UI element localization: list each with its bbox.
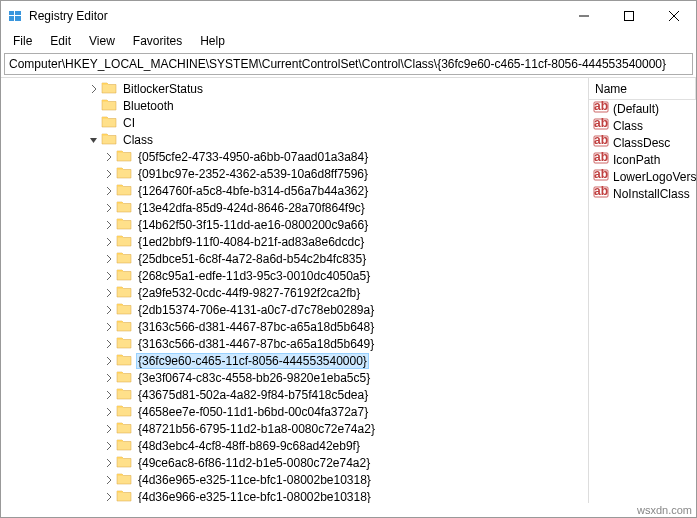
tree-label: {091bc97e-2352-4362-a539-10a6d8ff7596} (136, 167, 370, 181)
value-row[interactable]: abLowerLogoVersi (589, 168, 696, 185)
tree-label: {1ed2bbf9-11f0-4084-b21f-ad83a8e6dcdc} (136, 235, 366, 249)
tree-item[interactable]: Class (1, 131, 588, 148)
menu-favorites[interactable]: Favorites (125, 32, 190, 50)
svg-rect-2 (15, 11, 21, 15)
tree-item[interactable]: CI (1, 114, 588, 131)
menu-file[interactable]: File (5, 32, 40, 50)
chevron-right-icon[interactable] (101, 255, 116, 263)
folder-icon (116, 455, 136, 471)
chevron-right-icon[interactable] (101, 187, 116, 195)
tree-label: {4658ee7e-f050-11d1-b6bd-00c04fa372a7} (136, 405, 370, 419)
tree-panel[interactable]: BitlockerStatusBluetoothCIClass{05f5cfe2… (1, 78, 589, 503)
tree-label: {14b62f50-3f15-11dd-ae16-0800200c9a66} (136, 218, 370, 232)
value-row[interactable]: ab(Default) (589, 100, 696, 117)
chevron-right-icon[interactable] (101, 442, 116, 450)
chevron-right-icon[interactable] (101, 408, 116, 416)
chevron-right-icon[interactable] (101, 374, 116, 382)
values-list: ab(Default)abClassabClassDescabIconPatha… (589, 100, 696, 202)
minimize-button[interactable] (561, 1, 606, 31)
tree-item-guid[interactable]: {1264760f-a5c8-4bfe-b314-d56a7b44a362} (1, 182, 588, 199)
tree-item-guid[interactable]: {091bc97e-2352-4362-a539-10a6d8ff7596} (1, 165, 588, 182)
tree-label: {3163c566-d381-4467-87bc-a65a18d5b648} (136, 320, 376, 334)
column-name[interactable]: Name (589, 78, 696, 99)
tree-item-guid[interactable]: {25dbce51-6c8f-4a72-8a6d-b54c2b4fc835} (1, 250, 588, 267)
folder-icon (101, 98, 121, 114)
chevron-right-icon[interactable] (101, 289, 116, 297)
minimize-icon (579, 11, 589, 21)
tree-label: Bluetooth (121, 99, 176, 113)
tree-item-guid[interactable]: {14b62f50-3f15-11dd-ae16-0800200c9a66} (1, 216, 588, 233)
chevron-right-icon[interactable] (101, 204, 116, 212)
menu-edit[interactable]: Edit (42, 32, 79, 50)
tree-item-guid[interactable]: {268c95a1-edfe-11d3-95c3-0010dc4050a5} (1, 267, 588, 284)
address-bar[interactable]: Computer\HKEY_LOCAL_MACHINE\SYSTEM\Curre… (4, 53, 693, 75)
value-row[interactable]: abIconPath (589, 151, 696, 168)
folder-icon (116, 438, 136, 454)
tree-label: {49ce6ac8-6f86-11d2-b1e5-0080c72e74a2} (136, 456, 372, 470)
tree-item-guid[interactable]: {2a9fe532-0cdc-44f9-9827-76192f2ca2fb} (1, 284, 588, 301)
tree-item-guid[interactable]: {3e3f0674-c83c-4558-bb26-9820e1eba5c5} (1, 369, 588, 386)
tree-item-guid[interactable]: {1ed2bbf9-11f0-4084-b21f-ad83a8e6dcdc} (1, 233, 588, 250)
chevron-down-icon[interactable] (86, 136, 101, 144)
tree-label: {48d3ebc4-4cf8-48ff-b869-9c68ad42eb9f} (136, 439, 362, 453)
chevron-right-icon[interactable] (101, 476, 116, 484)
tree-item-guid[interactable]: {4d36e965-e325-11ce-bfc1-08002be10318} (1, 471, 588, 488)
folder-icon (116, 234, 136, 250)
tree-label: BitlockerStatus (121, 82, 205, 96)
close-button[interactable] (651, 1, 696, 31)
chevron-right-icon[interactable] (101, 391, 116, 399)
tree-item-guid[interactable]: {48d3ebc4-4cf8-48ff-b869-9c68ad42eb9f} (1, 437, 588, 454)
folder-icon (116, 421, 136, 437)
menubar: File Edit View Favorites Help (1, 31, 696, 51)
folder-icon (116, 302, 136, 318)
values-panel: Name ab(Default)abClassabClassDescabIcon… (589, 78, 696, 503)
tree-label: CI (121, 116, 137, 130)
value-row[interactable]: abNoInstallClass (589, 185, 696, 202)
watermark: wsxdn.com (637, 504, 692, 516)
chevron-right-icon[interactable] (101, 357, 116, 365)
folder-icon (116, 353, 136, 369)
chevron-right-icon[interactable] (101, 221, 116, 229)
value-row[interactable]: abClass (589, 117, 696, 134)
tree-item-guid[interactable]: {43675d81-502a-4a82-9f84-b75f418c5dea} (1, 386, 588, 403)
tree-label: {25dbce51-6c8f-4a72-8a6d-b54c2b4fc835} (136, 252, 368, 266)
tree-label: Class (121, 133, 155, 147)
chevron-right-icon[interactable] (101, 459, 116, 467)
folder-icon (116, 319, 136, 335)
tree-item[interactable]: Bluetooth (1, 97, 588, 114)
folder-icon (116, 387, 136, 403)
svg-rect-3 (15, 16, 21, 21)
chevron-right-icon[interactable] (101, 306, 116, 314)
tree-item[interactable]: BitlockerStatus (1, 80, 588, 97)
chevron-right-icon[interactable] (101, 425, 116, 433)
chevron-right-icon[interactable] (101, 340, 116, 348)
tree-item-guid[interactable]: {48721b56-6795-11d2-b1a8-0080c72e74a2} (1, 420, 588, 437)
string-value-icon: ab (593, 184, 613, 203)
folder-icon (101, 132, 121, 148)
tree-item-guid[interactable]: {3163c566-d381-4467-87bc-a65a18d5b649} (1, 335, 588, 352)
value-name: LowerLogoVersi (613, 170, 696, 184)
tree-item-guid[interactable]: {2db15374-706e-4131-a0c7-d7c78eb0289a} (1, 301, 588, 318)
folder-icon (116, 166, 136, 182)
tree-item-guid[interactable]: {13e42dfa-85d9-424d-8646-28a70f864f9c} (1, 199, 588, 216)
tree-item-guid[interactable]: {36fc9e60-c465-11cf-8056-444553540000} (1, 352, 588, 369)
tree-item-guid[interactable]: {4658ee7e-f050-11d1-b6bd-00c04fa372a7} (1, 403, 588, 420)
maximize-button[interactable] (606, 1, 651, 31)
chevron-right-icon[interactable] (101, 153, 116, 161)
tree-label: {36fc9e60-c465-11cf-8056-444553540000} (136, 353, 369, 369)
menu-view[interactable]: View (81, 32, 123, 50)
tree-item-guid[interactable]: {49ce6ac8-6f86-11d2-b1e5-0080c72e74a2} (1, 454, 588, 471)
menu-help[interactable]: Help (192, 32, 233, 50)
tree-label: {43675d81-502a-4a82-9f84-b75f418c5dea} (136, 388, 370, 402)
chevron-right-icon[interactable] (86, 85, 101, 93)
value-name: (Default) (613, 102, 659, 116)
chevron-right-icon[interactable] (101, 323, 116, 331)
value-row[interactable]: abClassDesc (589, 134, 696, 151)
tree-item-guid[interactable]: {4d36e966-e325-11ce-bfc1-08002be10318} (1, 488, 588, 503)
tree-item-guid[interactable]: {3163c566-d381-4467-87bc-a65a18d5b648} (1, 318, 588, 335)
chevron-right-icon[interactable] (101, 170, 116, 178)
chevron-right-icon[interactable] (101, 238, 116, 246)
chevron-right-icon[interactable] (101, 493, 116, 501)
chevron-right-icon[interactable] (101, 272, 116, 280)
tree-item-guid[interactable]: {05f5cfe2-4733-4950-a6bb-07aad01a3a84} (1, 148, 588, 165)
